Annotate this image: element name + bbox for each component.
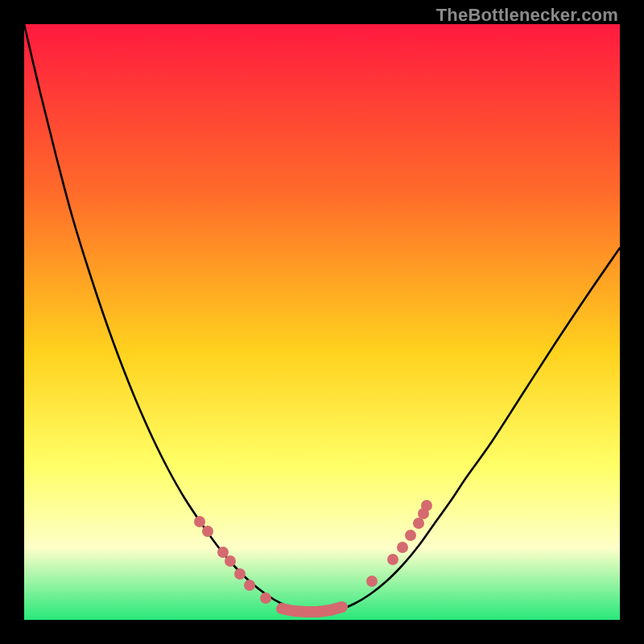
marker-group	[194, 500, 432, 604]
marker-dot	[260, 592, 271, 604]
marker-dot	[413, 518, 424, 529]
marker-dot	[387, 554, 398, 565]
marker-dot	[234, 568, 246, 580]
bottleneck-curve	[24, 24, 620, 613]
marker-dot	[244, 580, 255, 591]
chart-svg	[24, 24, 620, 620]
marker-dot	[421, 500, 432, 511]
marker-dot	[405, 530, 416, 541]
marker-dot	[366, 576, 378, 587]
marker-dot	[217, 547, 229, 558]
outer-frame: TheBottlenecker.com	[0, 0, 644, 644]
marker-dot	[225, 555, 236, 567]
marker-dot	[397, 542, 408, 553]
marker-dot	[202, 526, 213, 537]
plot-area	[24, 24, 620, 620]
marker-dot	[194, 516, 205, 527]
flat-bottom-band	[282, 607, 342, 612]
watermark-text: TheBottlenecker.com	[436, 5, 618, 26]
